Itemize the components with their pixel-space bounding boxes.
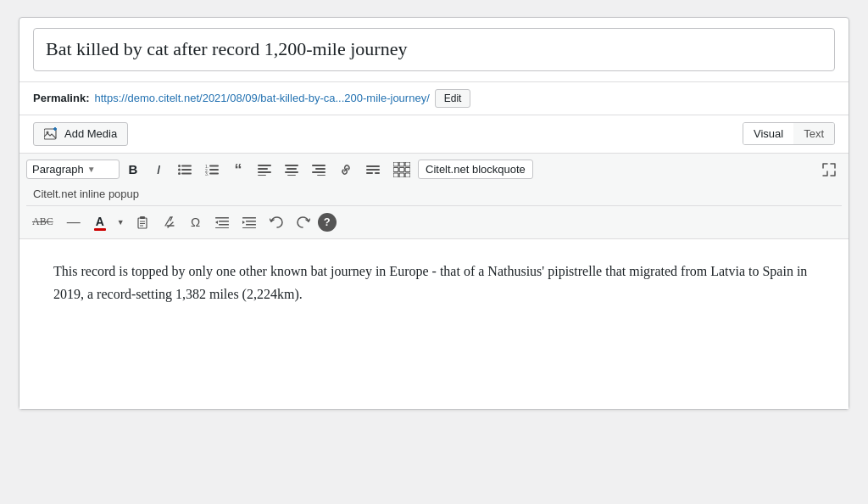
svg-rect-42 <box>140 216 145 219</box>
align-left-button[interactable] <box>252 160 277 179</box>
svg-rect-52 <box>246 221 256 222</box>
bold-button[interactable]: B <box>121 159 145 180</box>
add-media-button[interactable]: Add Media <box>33 122 128 146</box>
redo-button[interactable] <box>291 213 316 232</box>
svg-line-46 <box>168 222 173 227</box>
svg-rect-28 <box>366 165 380 167</box>
post-title-input[interactable] <box>33 28 835 71</box>
permalink-edit-button[interactable]: Edit <box>435 89 471 108</box>
outdent-icon <box>242 216 256 228</box>
svg-point-6 <box>178 168 181 171</box>
align-left-icon <box>258 164 271 176</box>
permalink-row: Permalink: https://demo.citelt.net/2021/… <box>19 82 849 115</box>
font-color-button[interactable]: A <box>88 211 112 233</box>
more-button[interactable] <box>360 160 386 179</box>
svg-rect-37 <box>405 167 410 171</box>
title-section <box>19 18 849 82</box>
svg-rect-16 <box>258 165 271 166</box>
tab-visual[interactable]: Visual <box>743 123 793 144</box>
inline-popup-label: Citelt.net inline popup <box>33 188 139 200</box>
special-chars-button[interactable]: Ω <box>184 211 208 232</box>
paste-text-button[interactable] <box>130 212 155 232</box>
svg-rect-38 <box>393 173 398 177</box>
ol-icon: 1. 2. 3. <box>205 164 219 176</box>
clear-format-button[interactable] <box>157 212 182 232</box>
help-icon: ? <box>324 216 331 228</box>
citelt-blockquote-button[interactable]: Citelt.net blockquote <box>418 160 533 179</box>
svg-rect-27 <box>317 175 326 176</box>
svg-point-4 <box>178 165 181 167</box>
strikethrough-button[interactable]: ABC <box>26 212 59 232</box>
svg-rect-15 <box>209 172 219 174</box>
toolbar-row-2: ABC — A ▼ <box>26 206 842 235</box>
link-icon <box>339 164 353 176</box>
align-right-icon <box>312 164 326 176</box>
citelt-grid-button[interactable] <box>387 159 416 181</box>
svg-rect-32 <box>393 162 398 166</box>
svg-rect-18 <box>258 171 271 173</box>
indent-icon <box>215 216 229 228</box>
svg-rect-50 <box>215 227 229 228</box>
svg-rect-0 <box>44 129 56 139</box>
fullscreen-icon <box>822 163 836 176</box>
citelt-grid-icon <box>393 162 410 177</box>
tab-text[interactable]: Text <box>793 123 834 144</box>
svg-rect-48 <box>219 221 229 222</box>
svg-rect-7 <box>181 169 192 171</box>
fullscreen-button[interactable] <box>816 160 842 180</box>
align-right-button[interactable] <box>306 160 331 179</box>
editor-content[interactable]: This record is topped by only one other … <box>19 239 849 409</box>
font-color-dropdown-icon: ▼ <box>117 218 125 227</box>
unordered-list-button[interactable] <box>172 160 198 179</box>
toolbar-row-1: Paragraph ▼ B I 1. <box>26 157 842 182</box>
svg-rect-20 <box>285 165 298 166</box>
svg-rect-13 <box>209 169 219 171</box>
svg-rect-33 <box>399 162 404 166</box>
outdent-button[interactable] <box>236 213 262 232</box>
align-center-button[interactable] <box>279 160 304 179</box>
indent-button[interactable] <box>209 213 235 232</box>
undo-icon <box>270 216 283 228</box>
ul-icon <box>178 164 192 176</box>
svg-rect-31 <box>375 172 380 174</box>
align-center-icon <box>285 164 298 176</box>
svg-rect-53 <box>246 224 256 226</box>
link-button[interactable] <box>333 160 359 179</box>
ordered-list-button[interactable]: 1. 2. 3. <box>199 160 225 179</box>
svg-rect-23 <box>287 175 296 176</box>
more-icon <box>366 164 380 176</box>
svg-rect-9 <box>181 172 192 174</box>
blockquote-icon: “ <box>235 162 242 177</box>
inline-popup-row: Citelt.net inline popup <box>26 182 842 206</box>
svg-rect-11 <box>209 165 219 166</box>
svg-rect-54 <box>242 227 256 228</box>
toolbar-top: Add Media Visual Text <box>19 115 849 154</box>
permalink-link[interactable]: https://demo.citelt.net/2021/08/09/bat-k… <box>94 92 429 104</box>
paste-icon <box>136 216 149 229</box>
add-media-label: Add Media <box>64 127 117 140</box>
svg-rect-47 <box>215 217 229 219</box>
help-button[interactable]: ? <box>318 213 337 232</box>
svg-rect-40 <box>405 173 410 177</box>
svg-rect-22 <box>285 171 298 173</box>
svg-rect-35 <box>393 167 398 171</box>
svg-point-8 <box>178 172 181 175</box>
omega-icon: Ω <box>191 215 200 229</box>
svg-rect-49 <box>219 224 229 226</box>
svg-rect-5 <box>181 165 192 166</box>
svg-rect-26 <box>312 171 326 173</box>
italic-button[interactable]: I <box>147 159 170 180</box>
svg-rect-24 <box>312 165 326 166</box>
svg-rect-51 <box>242 217 256 219</box>
blockquote-button[interactable]: “ <box>226 159 250 181</box>
undo-button[interactable] <box>264 213 289 232</box>
paragraph-select[interactable]: Paragraph ▼ <box>26 160 120 179</box>
permalink-label: Permalink: <box>33 92 89 104</box>
color-underline <box>94 228 106 231</box>
font-color-dropdown-button[interactable]: ▼ <box>114 216 128 229</box>
dash-button[interactable]: — <box>61 211 86 233</box>
svg-rect-21 <box>287 168 297 170</box>
svg-rect-25 <box>315 168 326 170</box>
svg-text:3.: 3. <box>205 171 209 176</box>
visual-text-tabs: Visual Text <box>743 122 835 145</box>
